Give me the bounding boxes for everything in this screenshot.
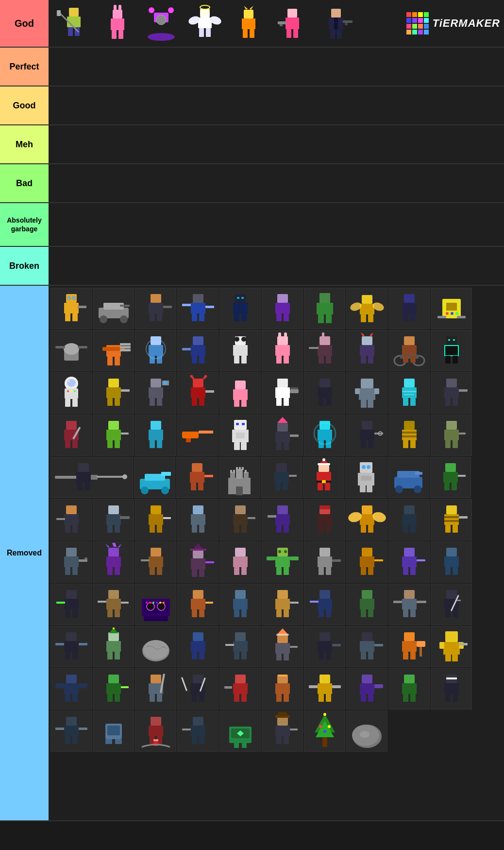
list-item[interactable]	[177, 330, 218, 371]
list-item[interactable]	[388, 499, 430, 540]
list-item[interactable]	[303, 457, 344, 498]
list-item[interactable]	[261, 457, 302, 498]
list-item[interactable]	[431, 499, 472, 540]
list-item[interactable]	[388, 415, 430, 456]
list-item[interactable]	[50, 541, 92, 583]
list-item[interactable]	[50, 457, 133, 498]
list-item[interactable]	[304, 541, 345, 583]
list-item[interactable]	[346, 668, 387, 710]
list-item[interactable]	[262, 499, 303, 540]
list-item[interactable]	[50, 288, 92, 329]
list-item[interactable]	[50, 626, 92, 667]
list-item[interactable]	[177, 499, 218, 540]
list-item[interactable]	[177, 626, 218, 667]
list-item[interactable]	[346, 288, 387, 329]
list-item[interactable]	[431, 330, 472, 371]
list-item[interactable]	[430, 457, 471, 498]
list-item[interactable]	[219, 288, 261, 329]
list-item[interactable]	[177, 584, 218, 625]
list-item[interactable]	[262, 415, 303, 456]
list-item[interactable]	[93, 584, 134, 625]
list-item[interactable]	[93, 415, 134, 456]
list-item[interactable]	[135, 541, 176, 583]
list-item[interactable]	[219, 415, 261, 456]
list-item[interactable]	[177, 668, 218, 710]
list-item[interactable]	[219, 372, 261, 414]
list-item[interactable]	[346, 372, 387, 414]
list-item[interactable]	[134, 457, 175, 498]
list-item[interactable]	[346, 541, 387, 583]
list-item[interactable]	[177, 415, 218, 456]
list-item[interactable]	[262, 626, 303, 667]
list-item[interactable]	[93, 668, 134, 710]
list-item[interactable]	[262, 330, 303, 371]
list-item[interactable]	[346, 711, 387, 752]
list-item[interactable]	[96, 2, 139, 45]
list-item[interactable]	[219, 330, 261, 371]
list-item[interactable]	[431, 541, 472, 583]
list-item[interactable]	[346, 626, 387, 667]
list-item[interactable]	[304, 668, 345, 710]
list-item[interactable]	[304, 372, 345, 414]
list-item[interactable]	[135, 584, 176, 625]
list-item[interactable]	[50, 711, 92, 752]
list-item[interactable]	[50, 415, 92, 456]
list-item[interactable]	[431, 668, 472, 710]
list-item[interactable]	[218, 457, 260, 498]
list-item[interactable]	[93, 372, 134, 414]
list-item[interactable]	[388, 668, 430, 710]
list-item[interactable]	[50, 372, 92, 414]
list-item[interactable]	[140, 2, 183, 45]
list-item[interactable]	[304, 499, 345, 540]
list-item[interactable]	[345, 457, 386, 498]
list-item[interactable]	[135, 711, 176, 752]
list-item[interactable]	[304, 330, 345, 371]
list-item[interactable]	[219, 668, 261, 710]
list-item[interactable]	[219, 711, 261, 752]
list-item[interactable]	[262, 711, 303, 752]
list-item[interactable]	[177, 711, 218, 752]
list-item[interactable]	[346, 415, 387, 456]
list-item[interactable]	[219, 584, 261, 625]
list-item[interactable]	[388, 584, 430, 625]
list-item[interactable]	[271, 2, 314, 45]
list-item[interactable]	[219, 626, 261, 667]
list-item[interactable]	[50, 330, 92, 371]
list-item[interactable]	[135, 668, 176, 710]
list-item[interactable]	[388, 626, 430, 667]
list-item[interactable]	[304, 288, 345, 329]
list-item[interactable]	[50, 668, 92, 710]
list-item[interactable]	[431, 372, 472, 414]
list-item[interactable]	[93, 541, 134, 583]
list-item[interactable]	[135, 372, 176, 414]
list-item[interactable]	[388, 541, 430, 583]
list-item[interactable]	[176, 457, 218, 498]
list-item[interactable]	[431, 626, 472, 667]
list-item[interactable]	[262, 584, 303, 625]
list-item[interactable]	[304, 711, 345, 752]
list-item[interactable]	[135, 288, 176, 329]
list-item[interactable]	[262, 288, 303, 329]
list-item[interactable]	[93, 626, 134, 667]
list-item[interactable]	[135, 626, 176, 667]
list-item[interactable]	[304, 626, 345, 667]
list-item[interactable]	[93, 499, 134, 540]
list-item[interactable]	[346, 584, 387, 625]
list-item[interactable]	[219, 541, 261, 583]
list-item[interactable]	[52, 2, 95, 45]
list-item[interactable]	[177, 541, 218, 583]
list-item[interactable]	[135, 415, 176, 456]
list-item[interactable]	[262, 668, 303, 710]
list-item[interactable]	[388, 288, 430, 329]
list-item[interactable]	[93, 711, 134, 752]
list-item[interactable]	[135, 499, 176, 540]
list-item[interactable]	[50, 584, 92, 625]
list-item[interactable]	[93, 288, 134, 329]
list-item[interactable]	[346, 330, 387, 371]
list-item[interactable]	[387, 457, 429, 498]
list-item[interactable]	[431, 584, 472, 625]
list-item[interactable]	[388, 330, 430, 371]
list-item[interactable]	[431, 288, 472, 329]
list-item[interactable]	[346, 499, 387, 540]
list-item[interactable]	[177, 372, 218, 414]
